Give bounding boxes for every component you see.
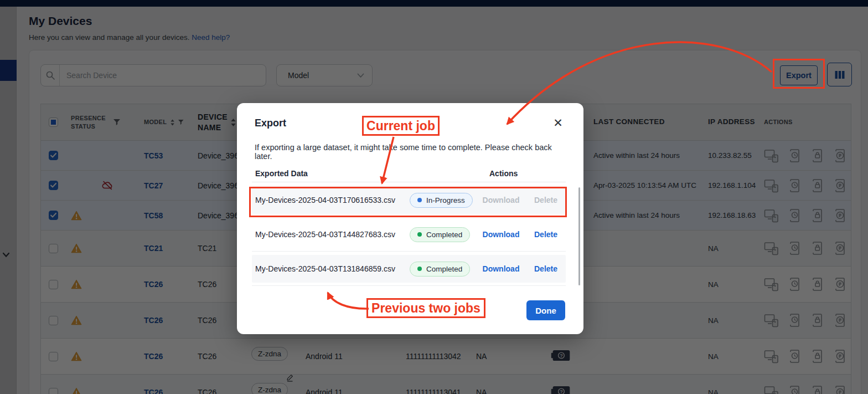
download-link[interactable]: Download bbox=[476, 230, 526, 239]
status-badge: Completed bbox=[410, 262, 470, 277]
delete-link[interactable]: Delete bbox=[526, 230, 566, 239]
modal-description: If exporting a large dataset, it might t… bbox=[255, 143, 567, 161]
status-dot-icon bbox=[417, 232, 422, 237]
export-file-name: My-Devices-2025-04-03T144827683.csv bbox=[252, 230, 410, 239]
export-jobs-list: Exported Data Actions My-Devices-2025-04… bbox=[252, 165, 566, 289]
status-badge: Completed bbox=[410, 227, 470, 242]
export-job-row: My-Devices-2025-04-03T144827683.csv Comp… bbox=[252, 221, 566, 248]
close-icon[interactable]: ✕ bbox=[551, 116, 565, 130]
export-file-name: My-Devices-2025-04-03T131846859.csv bbox=[252, 264, 410, 273]
download-link[interactable]: Download bbox=[476, 264, 526, 273]
export-job-row: My-Devices-2025-04-03T131846859.csv Comp… bbox=[252, 255, 566, 283]
annotation-box-current-job-row bbox=[249, 187, 567, 217]
status-dot-icon bbox=[417, 267, 422, 271]
modal-title: Export bbox=[255, 117, 286, 129]
column-exported-data: Exported Data bbox=[252, 169, 476, 178]
delete-link[interactable]: Delete bbox=[526, 264, 566, 273]
annotation-box-export-button bbox=[773, 59, 825, 89]
modal-scrollbar[interactable] bbox=[578, 187, 580, 285]
column-actions: Actions bbox=[476, 169, 566, 178]
done-button[interactable]: Done bbox=[526, 300, 565, 320]
annotation-label-current-job: Current job bbox=[362, 116, 440, 136]
annotation-label-previous-jobs: Previous two jobs bbox=[366, 298, 485, 318]
